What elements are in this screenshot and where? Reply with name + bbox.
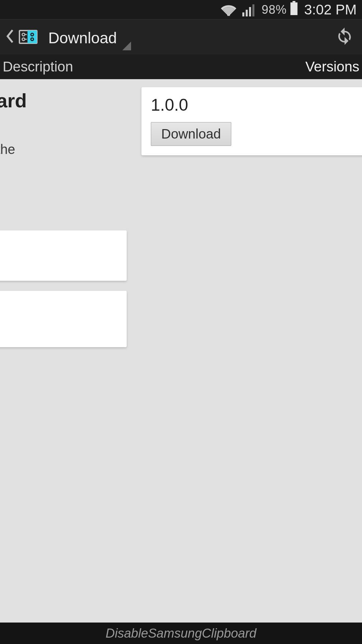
wifi-icon	[221, 3, 236, 16]
svg-point-9	[22, 33, 25, 36]
svg-rect-1	[242, 12, 244, 16]
battery-status: 98%	[262, 1, 298, 18]
battery-icon	[290, 1, 298, 18]
status-clock: 3:02 PM	[304, 2, 357, 18]
tab-description[interactable]: Description	[1, 59, 73, 75]
battery-percent-label: 98%	[262, 3, 287, 17]
module-description-text: Disables the Samsung Clipboard, so clipb…	[0, 122, 127, 214]
footer-bar: DisableSamsungClipboard	[0, 623, 362, 644]
links-card: http://repo.xposed.info/module/ com.disa…	[0, 291, 127, 347]
svg-rect-3	[249, 7, 251, 16]
svg-point-10	[22, 38, 25, 41]
svg-rect-2	[246, 10, 248, 16]
refresh-icon[interactable]	[335, 27, 356, 47]
cell-signal-icon	[242, 3, 256, 16]
back-icon[interactable]	[6, 29, 14, 45]
tab-bar: Description Versions	[0, 54, 362, 79]
version-number: 1.0.0	[151, 95, 362, 115]
xposed-app-icon[interactable]	[17, 28, 39, 46]
svg-rect-4	[252, 4, 254, 16]
section-spinner-label: Download	[42, 29, 120, 52]
svg-rect-6	[290, 2, 297, 15]
footer-module-name: DisableSamsungClipboard	[106, 626, 256, 641]
content-viewport[interactable]: DisableSamsungClipboard Disables the Sam…	[0, 79, 362, 623]
spinner-triangle-icon	[122, 42, 131, 50]
download-button[interactable]: Download	[151, 122, 231, 146]
info-card-empty	[0, 230, 127, 281]
status-bar: 98% 3:02 PM	[0, 0, 362, 19]
module-link-line2[interactable]: com.disablesamsungclipboard	[0, 320, 118, 338]
svg-rect-5	[292, 1, 295, 2]
action-bar: Download	[0, 19, 362, 54]
version-card: 1.0.0 Download	[141, 87, 362, 155]
tab-versions[interactable]: Versions	[305, 59, 361, 75]
section-spinner[interactable]: Download	[42, 19, 131, 54]
versions-pane: 1.0.0 Download	[134, 79, 362, 623]
module-title: DisableSamsungClipboard	[0, 89, 127, 112]
svg-rect-8	[27, 31, 37, 43]
description-pane: DisableSamsungClipboard Disables the Sam…	[0, 79, 134, 623]
module-link-line1[interactable]: http://repo.xposed.info/module/	[0, 301, 118, 320]
